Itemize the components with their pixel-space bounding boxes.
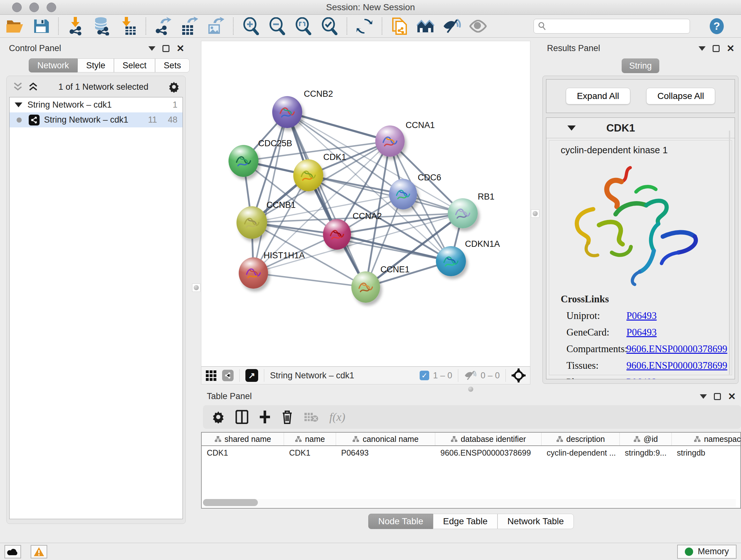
table-cell[interactable]: cyclin-dependent ... [542,446,620,459]
crosslink-link[interactable]: P06493 [626,327,657,338]
expand-all-chevron-icon[interactable] [12,82,23,91]
panel-menu-icon[interactable] [700,394,707,399]
hidden-eye-icon[interactable] [464,370,477,381]
expand-all-button[interactable]: Expand All [566,88,630,105]
table-cell[interactable]: CDK1 [202,446,284,459]
network-row[interactable]: String Network – cdk1 11 48 [10,112,183,127]
table-cell[interactable]: stringdb [672,446,741,459]
function-builder-icon[interactable]: f(x) [329,410,345,424]
memory-button[interactable]: Memory [677,545,737,559]
left-splitter-handle[interactable] [192,284,200,292]
crosslink-link[interactable]: P06493 [626,376,657,379]
table-cell[interactable]: 9606.ENSP00000378699 [435,446,542,459]
panel-menu-icon[interactable] [698,46,705,51]
network-node-cdkn1a[interactable] [436,246,466,276]
network-node-ccnb2[interactable] [272,96,302,128]
crosslink-link[interactable]: 9606.ENSP00000378699 [626,360,727,371]
panel-close-icon[interactable]: ✕ [728,392,736,401]
crosslink-link[interactable]: 9606.ENSP00000378699 [626,343,727,355]
panel-close-icon[interactable]: ✕ [727,44,735,53]
table-row[interactable]: CDK1CDK1P064939606.ENSP00000378699cyclin… [202,446,740,459]
network-collection-row[interactable]: String Network – cdk1 1 [10,98,183,112]
save-session-icon[interactable] [32,17,50,35]
results-scrollbar[interactable] [729,131,730,374]
collapse-all-button[interactable]: Collapse All [646,88,715,105]
column-header[interactable]: description [542,433,620,445]
tab-style[interactable]: Style [77,58,114,72]
collapse-all-chevron-icon[interactable] [28,82,39,91]
network-node-ccna1[interactable] [375,125,405,157]
grid-view-icon[interactable] [206,370,216,381]
warning-status-button[interactable] [30,545,47,558]
network-badge-icon[interactable] [222,370,233,381]
column-header[interactable]: database identifier [435,433,542,445]
network-node-rb1[interactable] [448,198,478,228]
help-icon[interactable]: ? [708,17,726,35]
export-table-icon[interactable] [181,17,199,35]
show-eye-icon[interactable] [469,17,487,35]
import-network-from-database-icon[interactable] [93,17,111,35]
search-input[interactable] [546,21,686,31]
hide-selected-eye-icon[interactable] [443,17,461,35]
table-horizontal-scrollbar[interactable] [203,499,736,507]
add-column-icon[interactable] [259,410,271,424]
network-node-cdk1[interactable] [293,159,323,191]
export-network-icon[interactable] [154,17,172,35]
table-cell[interactable]: stringdb:9... [620,446,672,459]
show-all-networks-icon[interactable] [417,17,434,35]
network-node-cdc6[interactable] [389,179,417,209]
network-canvas[interactable]: CCNB2CCNA1CDC25BCDK1CDC6RB1CCNB1CCNA2CDK… [201,41,530,367]
right-splitter-handle[interactable] [531,209,539,218]
birdseye-view-icon[interactable] [512,368,526,382]
delete-table-icon[interactable] [304,412,319,422]
collection-expand-icon[interactable] [15,103,22,107]
table-cell[interactable]: P06493 [336,446,435,459]
tab-network[interactable]: Network [29,58,77,72]
zoom-selected-icon[interactable] [320,17,338,35]
zoom-out-icon[interactable] [268,17,286,35]
duplicate-network-icon[interactable] [391,17,408,35]
panel-menu-icon[interactable] [148,46,155,51]
tab-edge-table[interactable]: Edge Table [433,514,497,529]
crosslink-link[interactable]: P06493 [626,310,657,321]
network-options-gear-icon[interactable] [168,81,180,92]
column-header[interactable]: @id [620,433,672,445]
zoom-fit-icon[interactable] [294,17,312,35]
tab-string[interactable]: String [622,58,659,73]
refresh-icon[interactable] [355,17,374,35]
network-edge[interactable] [253,273,366,287]
panel-float-icon[interactable] [714,393,721,400]
tab-sets[interactable]: Sets [155,58,190,72]
network-node-ccne1[interactable] [351,271,380,303]
tab-network-table[interactable]: Network Table [497,514,574,529]
column-header[interactable]: shared name [202,433,284,445]
import-table-icon[interactable] [119,17,137,35]
column-header[interactable]: namespace [672,433,741,445]
import-network-icon[interactable] [67,17,85,35]
network-node-ccna2[interactable] [323,219,351,250]
entry-collapse-icon[interactable] [567,125,576,131]
network-node-ccnb1[interactable] [237,206,267,239]
tab-node-table[interactable]: Node Table [368,514,433,529]
panel-close-icon[interactable]: ✕ [177,44,185,53]
network-edge[interactable] [287,112,366,287]
tab-select[interactable]: Select [114,58,155,72]
network-node-hist1h1a[interactable] [239,257,268,289]
delete-column-icon[interactable] [281,410,293,424]
selected-checkbox-icon[interactable]: ✓ [420,371,429,380]
network-node-cdc25b[interactable] [228,145,259,177]
show-columns-icon[interactable] [235,410,248,424]
network-edge[interactable] [253,112,287,273]
column-header[interactable]: name [284,433,336,445]
zoom-in-icon[interactable] [242,17,260,35]
column-header[interactable]: canonical name [336,433,435,445]
table-options-gear-icon[interactable] [212,411,225,423]
export-image-icon[interactable] [207,17,225,35]
table-cell[interactable]: CDK1 [284,446,336,459]
cloud-status-button[interactable] [4,545,21,558]
panel-float-icon[interactable] [713,45,720,52]
open-session-icon[interactable] [6,17,23,35]
detach-view-icon[interactable]: ↗ [246,369,258,382]
panel-float-icon[interactable] [162,45,170,52]
protein-entry-header[interactable]: CDK1 [546,118,735,138]
